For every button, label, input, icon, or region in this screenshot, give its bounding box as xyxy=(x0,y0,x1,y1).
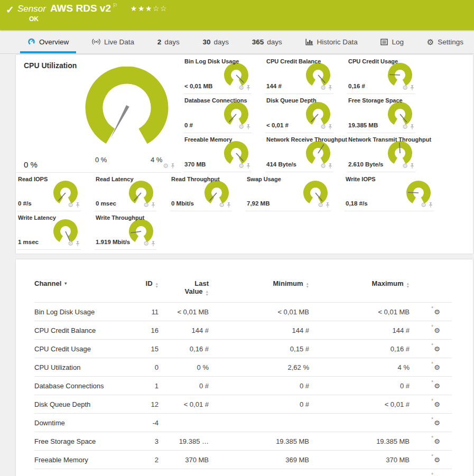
gauge-settings-icon[interactable]: ⚙ xyxy=(143,202,149,208)
cell-channel: Downtime xyxy=(34,414,129,432)
gauge-settings-icon[interactable]: ⚙ xyxy=(402,163,408,169)
channel-settings-icon[interactable]: ⚙ xyxy=(434,363,440,371)
gauge-pin-icon[interactable] xyxy=(246,85,250,90)
gauge-pin-icon[interactable] xyxy=(151,202,155,208)
gauge-pin-icon[interactable] xyxy=(76,241,80,246)
channel-settings-icon[interactable]: ⚙ xyxy=(434,419,440,427)
gauge-settings-icon[interactable]: ⚙ xyxy=(318,202,323,208)
table-row-cpu-credit-balance[interactable]: CPU Credit Balance 16 144 # 144 # 144 # … xyxy=(34,321,452,340)
column-header-minimum[interactable]: Minimum▲▼ xyxy=(209,278,309,303)
gauge-settings-icon[interactable]: ⚙ xyxy=(402,85,408,91)
gauge-label: CPU Credit Usage xyxy=(348,58,398,64)
table-row-freeable-memory[interactable]: Freeable Memory 2 370 MB 369 MB 370 MB ⚙ xyxy=(34,451,452,469)
table-row-disk-queue-depth[interactable]: Disk Queue Depth 12 < 0,01 # 0 # < 0,01 … xyxy=(34,395,452,414)
gauge-settings-icon[interactable]: ⚙ xyxy=(238,124,244,130)
channel-settings-icon[interactable]: ⚙ xyxy=(434,400,440,408)
gauge-pin-icon[interactable] xyxy=(328,85,332,90)
cell-last-value: 370 MB xyxy=(159,451,209,469)
gauge-label: Write IOPS xyxy=(346,176,376,182)
gauge-freeable-memory: Freeable Memory 370 MB ⚙ xyxy=(182,133,264,172)
tab-settings[interactable]: ⚙ Settings xyxy=(422,30,469,53)
broadcast-icon xyxy=(92,38,100,45)
gauge-settings-icon[interactable]: ⚙ xyxy=(68,202,73,208)
gauge-pin-icon[interactable] xyxy=(326,202,330,208)
gauge-settings-icon[interactable]: ⚙ xyxy=(320,85,326,91)
gauge-settings-icon[interactable]: ⚙ xyxy=(320,124,326,130)
table-row-database-connections[interactable]: Database Connections 1 0 # 0 # 0 # ⚙ xyxy=(34,377,452,395)
channel-settings-icon[interactable]: ⚙ xyxy=(434,382,440,390)
tab-365-days[interactable]: 365 days xyxy=(247,30,287,53)
tab-30-days[interactable]: 30 days xyxy=(197,30,234,53)
gauge-value: 0,16 # xyxy=(348,83,365,89)
column-header-last-value[interactable]: Last Value▲▼ xyxy=(159,278,209,303)
channel-settings-icon[interactable]: ⚙ xyxy=(434,308,440,316)
cell-channel: Network Receive Throu… xyxy=(34,469,129,476)
gauge-grid-right: Bin Log Disk Usage < 0,01 MB ⚙ CPU Credi… xyxy=(182,55,428,172)
cell-id: -4 xyxy=(129,414,159,432)
cell-maximum: < 0,01 # xyxy=(309,395,410,414)
gauge-value: 19.385 MB xyxy=(348,122,378,128)
gauge-icon xyxy=(27,38,35,45)
cell-last-value: 0 % xyxy=(159,358,209,377)
table-row-network-receive-throu[interactable]: Network Receive Throu… 13 414 Byte… 404 … xyxy=(34,469,452,476)
flag-icon[interactable]: ⚐ xyxy=(113,2,118,9)
gauge-settings-icon[interactable]: ⚙ xyxy=(238,85,244,91)
cell-id: 2 xyxy=(129,451,159,469)
gauge-label: Read IOPS xyxy=(18,176,48,182)
cell-maximum xyxy=(309,414,410,432)
gauge-pin-icon[interactable] xyxy=(151,241,155,246)
channel-settings-icon[interactable]: ⚙ xyxy=(434,345,440,353)
channel-settings-icon[interactable]: ⚙ xyxy=(434,326,440,334)
gauge-pin-icon[interactable] xyxy=(328,124,332,129)
table-row-cpu-credit-usage[interactable]: CPU Credit Usage 15 0,16 # 0,15 # 0,16 #… xyxy=(34,340,452,358)
cell-channel: Bin Log Disk Usage xyxy=(34,303,129,321)
gauge-value: 144 # xyxy=(266,83,282,89)
table-row-cpu-utilization[interactable]: CPU Utilization 0 0 % 2,62 % 4 % ⚙ xyxy=(34,358,452,377)
gauge-pin-icon[interactable] xyxy=(328,163,332,169)
gauge-settings-icon[interactable]: ⚙ xyxy=(219,202,225,208)
tab-historic-data[interactable]: Historic Data xyxy=(300,30,363,53)
gauge-value: 0 # xyxy=(184,122,193,128)
gauge-settings-icon[interactable]: ⚙ xyxy=(421,202,426,208)
tab-log[interactable]: Log xyxy=(375,30,409,53)
tab-label: days xyxy=(214,38,229,46)
channel-settings-icon[interactable]: ⚙ xyxy=(434,456,440,464)
gauge-settings-icon[interactable]: ⚙ xyxy=(68,240,73,247)
channel-settings-icon[interactable]: ⚙ xyxy=(434,437,440,445)
gauge-pin-icon[interactable] xyxy=(410,163,414,169)
gauge-pin-icon[interactable] xyxy=(410,124,414,129)
cell-maximum: 658 Byte/s xyxy=(309,469,410,476)
channel-settings-icon[interactable]: ⚙ xyxy=(434,474,440,476)
gauge-pin-icon[interactable] xyxy=(246,124,250,129)
gauge-settings-icon[interactable]: ⚙ xyxy=(143,240,149,247)
cell-last-value: 144 # xyxy=(159,321,209,340)
gauge-settings-icon[interactable]: ⚙ xyxy=(402,124,408,130)
gauge-settings-icon[interactable]: ⚙ xyxy=(163,163,169,169)
tab-overview[interactable]: Overview xyxy=(22,30,74,53)
gauge-pin-icon[interactable] xyxy=(429,202,433,208)
gauge-pin-icon[interactable] xyxy=(410,85,414,90)
gauge-cpu-utilization-primary: CPU Utilization 0 % 4 % 0 % ⚙ xyxy=(16,55,182,173)
gauge-pin-icon[interactable] xyxy=(171,163,175,169)
sort-active-icon: ▾ xyxy=(64,281,67,286)
cell-minimum xyxy=(209,414,309,432)
primary-gauge xyxy=(79,67,174,154)
tab-2-days[interactable]: 2 days xyxy=(152,30,185,53)
cell-maximum: 0,16 # xyxy=(309,340,410,358)
table-row-downtime[interactable]: Downtime -4 ⚙ xyxy=(34,414,452,432)
column-header-channel[interactable]: Channel▾ xyxy=(34,278,129,303)
gauge-pin-icon[interactable] xyxy=(246,163,250,169)
column-header-maximum[interactable]: Maximum▲▼ xyxy=(309,278,410,303)
gauge-cpu-credit-usage: CPU Credit Usage 0,16 # ⚙ xyxy=(346,55,428,94)
cell-channel: Free Storage Space xyxy=(34,432,129,451)
tab-live-data[interactable]: Live Data xyxy=(87,30,140,53)
gauge-settings-icon[interactable]: ⚙ xyxy=(238,163,244,169)
gauge-settings-icon[interactable]: ⚙ xyxy=(320,163,326,169)
gauge-pin-icon[interactable] xyxy=(76,202,80,208)
table-row-free-storage-space[interactable]: Free Storage Space 3 19.385 … 19.385 MB … xyxy=(34,432,452,451)
gauge-pin-icon[interactable] xyxy=(227,202,231,208)
status-check-icon: ✓ xyxy=(6,4,14,16)
column-header-id[interactable]: ID▲▼ xyxy=(129,278,159,303)
rating-stars[interactable]: ★★★☆☆ xyxy=(131,4,168,13)
table-row-bin-log-disk-usage[interactable]: Bin Log Disk Usage 11 < 0,01 MB < 0,01 M… xyxy=(34,303,452,321)
